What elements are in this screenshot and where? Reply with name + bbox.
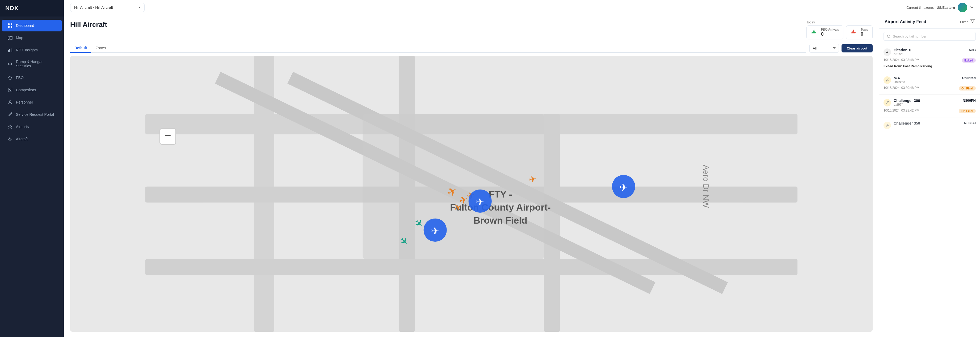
svg-text:−: −	[164, 129, 171, 142]
tail-number: N3B	[969, 48, 976, 52]
filter-funnel-icon	[970, 19, 975, 23]
aircraft-label: Aircraft	[16, 137, 28, 141]
activity-item-header: Challenger 350 N586AI	[883, 121, 976, 129]
sidebar-item-map[interactable]: Map	[2, 32, 62, 44]
main-content: Hill Aircraft - Hill Aircraft Current ti…	[64, 0, 980, 337]
svg-rect-7	[12, 50, 12, 52]
ndx-insights-label: NDX Insights	[16, 48, 38, 52]
svg-text:FTY -: FTY -	[489, 189, 512, 200]
search-input-wrap	[883, 32, 976, 41]
tows-label: Tows	[861, 28, 868, 31]
map-filter-select[interactable]: All Arrivals Departures On Ramp	[809, 44, 839, 53]
today-stats: Today FBO Arrivals 0	[807, 21, 873, 39]
ramp-icon	[8, 61, 13, 67]
search-icon	[887, 35, 891, 38]
sidebar-item-competitors[interactable]: Competitors	[2, 84, 62, 96]
wrench-icon	[883, 77, 891, 84]
ramp-hangar-label: Ramp & Hangar Statistics	[16, 60, 56, 68]
tab-default[interactable]: Default	[70, 44, 91, 53]
airports-label: Airports	[16, 125, 29, 129]
insights-icon	[8, 47, 13, 53]
activity-item-header: Citation X a31ab9 N3B	[883, 48, 976, 56]
globe-icon	[958, 3, 967, 12]
tows-card: Tows 0	[846, 25, 873, 39]
sidebar-item-airports[interactable]: Airports	[2, 121, 62, 133]
panel-title: Airport Activity Feed	[885, 19, 958, 24]
arrivals-icon	[811, 29, 818, 36]
personnel-icon	[8, 99, 13, 105]
topbar-right: Current timezone: US/Eastern	[906, 3, 974, 12]
dashboard-icon	[8, 23, 13, 28]
svg-rect-5	[9, 49, 10, 52]
fbo-arrivals-card: FBO Arrivals 0	[807, 25, 843, 39]
sidebar-item-ndx-insights[interactable]: NDX Insights	[2, 44, 62, 56]
clear-airport-button[interactable]: Clear airport	[842, 44, 873, 53]
airport-map: FTY - Fulton County Airport- Brown Field…	[70, 56, 873, 332]
sidebar-item-ramp-hangar[interactable]: Ramp & Hangar Statistics	[2, 56, 62, 71]
svg-text:Aero Dr NW: Aero Dr NW	[702, 165, 711, 208]
aircraft-name: Challenger 300	[894, 99, 960, 103]
timezone-label: Current timezone:	[906, 6, 934, 10]
map-controls: Default Zones All Arrivals Departures On…	[70, 44, 873, 53]
activity-time: 10/16/2024, 03:33:48 PM	[883, 58, 920, 62]
fbo-arrivals-info: FBO Arrivals 0	[821, 28, 839, 37]
tows-icon	[851, 29, 858, 36]
fbo-label: FBO	[16, 76, 24, 80]
activity-panel: Airport Activity Feed Filter	[879, 15, 980, 337]
svg-rect-3	[11, 26, 12, 28]
plane-icon	[883, 48, 891, 56]
list-item: Challenger 350 N586AI	[879, 117, 980, 135]
tows-info: Tows 0	[861, 28, 868, 37]
status-badge: Exited	[962, 58, 976, 62]
aircraft-name: Challenger 350	[894, 121, 961, 125]
sidebar-item-aircraft[interactable]: Aircraft	[2, 133, 62, 145]
competitors-label: Competitors	[16, 88, 36, 92]
map-header: Hill Aircraft Today FBO Arrivals 0	[70, 21, 873, 39]
chevron-down-icon	[970, 6, 974, 9]
map-filter-group: All Arrivals Departures On Ramp Clear ai…	[809, 44, 873, 53]
wrench-icon	[883, 121, 891, 129]
status-badge: On Final	[959, 86, 976, 91]
tab-group: Default Zones	[70, 44, 806, 53]
filter-icon-button[interactable]	[970, 19, 975, 24]
sidebar-item-dashboard[interactable]: Dashboard	[2, 20, 62, 31]
personnel-label: Personnel	[16, 100, 33, 104]
svg-rect-2	[8, 26, 10, 28]
sidebar-item-personnel[interactable]: Personnel	[2, 96, 62, 108]
tab-zones[interactable]: Zones	[91, 44, 110, 53]
sidebar-item-fbo[interactable]: FBO	[2, 72, 62, 84]
svg-text:✈: ✈	[431, 225, 439, 236]
svg-rect-18	[544, 114, 560, 332]
search-input[interactable]	[893, 34, 972, 38]
map-label: Map	[16, 36, 23, 40]
svg-text:✈: ✈	[528, 174, 537, 185]
tail-number: N586AI	[964, 121, 976, 125]
org-select[interactable]: Hill Aircraft - Hill Aircraft	[70, 3, 145, 12]
wrench-icon	[883, 99, 891, 107]
today-label: Today FBO Arrivals 0	[807, 21, 873, 39]
dashboard-label: Dashboard	[16, 24, 34, 28]
svg-rect-6	[11, 48, 11, 52]
tail-number: N806PH	[963, 99, 976, 102]
aircraft-info: Challenger 350	[894, 121, 961, 125]
svg-rect-9	[9, 89, 10, 90]
list-item: N/A Unlisted Unlisted 10/16/2024, 03:30:…	[879, 72, 980, 95]
aircraft-name: Citation X	[894, 48, 966, 52]
fbo-arrivals-value: 0	[821, 31, 839, 37]
tows-value: 0	[861, 31, 868, 37]
map-area: Hill Aircraft Today FBO Arrivals 0	[64, 15, 879, 337]
svg-text:Brown Field: Brown Field	[473, 215, 527, 226]
fbo-icon	[8, 75, 13, 80]
map-container: FTY - Fulton County Airport- Brown Field…	[70, 56, 873, 332]
filter-label: Filter	[960, 20, 968, 24]
aircraft-id: a31ab9	[894, 52, 966, 56]
list-item: Challenger 300 aaf974 N806PH 10/16/2024,…	[879, 95, 980, 117]
airports-icon	[8, 124, 13, 129]
svg-rect-4	[8, 50, 9, 52]
svg-text:✈: ✈	[619, 182, 628, 193]
sidebar-item-service-request[interactable]: Service Request Portal	[2, 109, 62, 120]
aircraft-id: Unlisted	[894, 80, 959, 84]
svg-rect-10	[10, 90, 11, 91]
activity-item-header: Challenger 300 aaf974 N806PH	[883, 99, 976, 107]
app-logo: NDX	[0, 0, 64, 16]
